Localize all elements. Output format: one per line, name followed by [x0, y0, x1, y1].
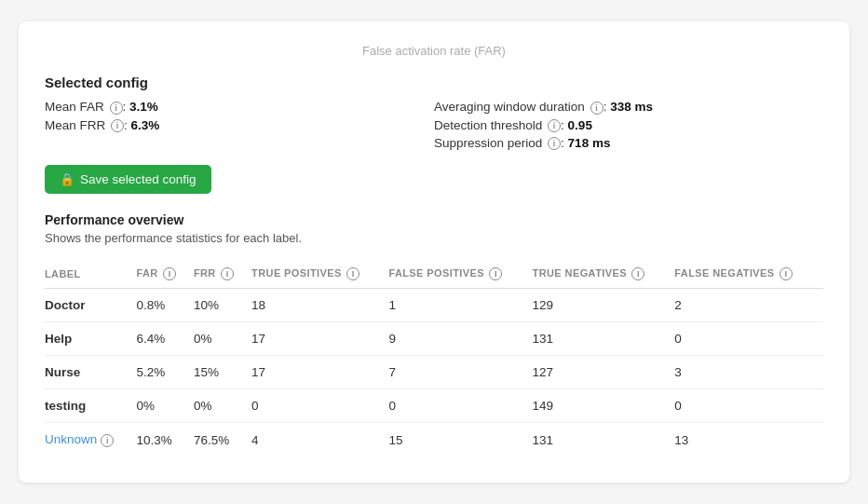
page-title: False activation rate (FAR): [45, 44, 823, 58]
cell-far: 6.4%: [136, 322, 193, 356]
suppression-period-info-icon[interactable]: i: [548, 137, 561, 150]
cell-trueNegatives: 129: [533, 289, 675, 322]
cell-far: 0%: [136, 389, 193, 423]
table-header-row: LABEL FAR i FRR i TRUE POSITIVES i FALSE…: [45, 260, 823, 289]
col-header-true-negatives: TRUE NEGATIVES i: [533, 260, 675, 289]
mean-far-item: Mean FAR i: 3.1%: [45, 100, 434, 114]
col-header-false-negatives: FALSE NEGATIVES i: [674, 260, 823, 289]
frr-col-info-icon[interactable]: i: [221, 267, 234, 280]
selected-config-title: Selected config: [45, 75, 823, 90]
cell-far: 0.8%: [136, 289, 193, 322]
mean-far-value: 3.1%: [129, 100, 158, 114]
cell-falseNegatives: 3: [674, 356, 823, 389]
table-row: Doctor0.8%10%1811292: [45, 289, 823, 322]
table-row: Unknowni10.3%76.5%41513113: [45, 423, 823, 456]
cell-frr: 15%: [194, 356, 251, 389]
cell-falsePositives: 7: [388, 356, 532, 389]
col-header-frr: FRR i: [194, 260, 251, 289]
cell-truePositives: 0: [251, 389, 388, 423]
cell-trueNegatives: 127: [533, 356, 675, 389]
cell-truePositives: 17: [251, 356, 388, 389]
col-header-false-positives: FALSE POSITIVES i: [388, 260, 532, 289]
avg-window-value: 338 ms: [610, 100, 653, 114]
fn-col-info-icon[interactable]: i: [780, 267, 793, 280]
cell-falsePositives: 0: [388, 389, 532, 423]
cell-label: testing: [45, 389, 136, 423]
tn-col-info-icon[interactable]: i: [631, 267, 644, 280]
cell-truePositives: 4: [251, 423, 388, 456]
col-header-label: LABEL: [45, 260, 136, 289]
cell-trueNegatives: 131: [533, 423, 675, 456]
cell-frr: 0%: [194, 322, 251, 356]
cell-falsePositives: 1: [388, 289, 532, 322]
performance-table: LABEL FAR i FRR i TRUE POSITIVES i FALSE…: [45, 260, 823, 456]
table-row: Help6.4%0%1791310: [45, 322, 823, 356]
table-row: testing0%0%001490: [45, 389, 823, 423]
col-header-far: FAR i: [136, 260, 193, 289]
cell-frr: 0%: [194, 389, 251, 423]
mean-frr-item: Mean FRR i: 6.3%: [45, 118, 434, 132]
config-grid: Mean FAR i: 3.1% Mean FRR i: 6.3% Averag…: [45, 100, 823, 150]
table-row: Nurse5.2%15%1771273: [45, 356, 823, 389]
mean-far-info-icon[interactable]: i: [110, 102, 123, 115]
cell-falsePositives: 9: [388, 322, 532, 356]
cell-frr: 76.5%: [194, 423, 251, 456]
config-right: Averaging window duration i: 338 ms Dete…: [434, 100, 823, 150]
avg-window-info-icon[interactable]: i: [590, 102, 604, 115]
cell-falseNegatives: 2: [674, 289, 823, 322]
cell-truePositives: 18: [251, 289, 388, 322]
fp-col-info-icon[interactable]: i: [489, 267, 502, 280]
config-left: Mean FAR i: 3.1% Mean FRR i: 6.3%: [45, 100, 434, 150]
detection-threshold-item: Detection threshold i: 0.95: [434, 118, 823, 132]
row-info-icon[interactable]: i: [101, 434, 114, 447]
cell-falseNegatives: 13: [674, 423, 823, 456]
cell-label: Doctor: [45, 289, 136, 322]
far-col-info-icon[interactable]: i: [163, 267, 176, 280]
performance-overview-desc: Shows the performance statistics for eac…: [45, 231, 823, 245]
main-card: False activation rate (FAR) Selected con…: [19, 21, 849, 483]
cell-trueNegatives: 131: [533, 322, 675, 356]
suppression-period-item: Suppression period i: 718 ms: [434, 136, 823, 150]
avg-window-item: Averaging window duration i: 338 ms: [434, 100, 823, 114]
col-header-true-positives: TRUE POSITIVES i: [251, 260, 388, 289]
save-config-button[interactable]: 🔒 Save selected config: [45, 165, 211, 194]
cell-frr: 10%: [194, 289, 251, 322]
detection-threshold-value: 0.95: [568, 118, 592, 132]
cell-label: Nurse: [45, 356, 136, 389]
cell-far: 5.2%: [136, 356, 193, 389]
cell-trueNegatives: 149: [533, 389, 675, 423]
cell-label[interactable]: Unknowni: [45, 423, 136, 456]
mean-frr-info-icon[interactable]: i: [111, 119, 124, 132]
cell-label: Help: [45, 322, 136, 356]
mean-frr-value: 6.3%: [131, 118, 160, 132]
cell-falseNegatives: 0: [674, 322, 823, 356]
detection-threshold-info-icon[interactable]: i: [548, 119, 561, 132]
suppression-period-value: 718 ms: [568, 136, 611, 150]
performance-overview-title: Performance overview: [45, 212, 823, 227]
cell-falsePositives: 15: [388, 423, 532, 456]
cell-falseNegatives: 0: [674, 389, 823, 423]
tp-col-info-icon[interactable]: i: [346, 267, 359, 280]
cell-truePositives: 17: [251, 322, 388, 356]
save-icon: 🔒: [60, 172, 75, 186]
cell-far: 10.3%: [136, 423, 193, 456]
